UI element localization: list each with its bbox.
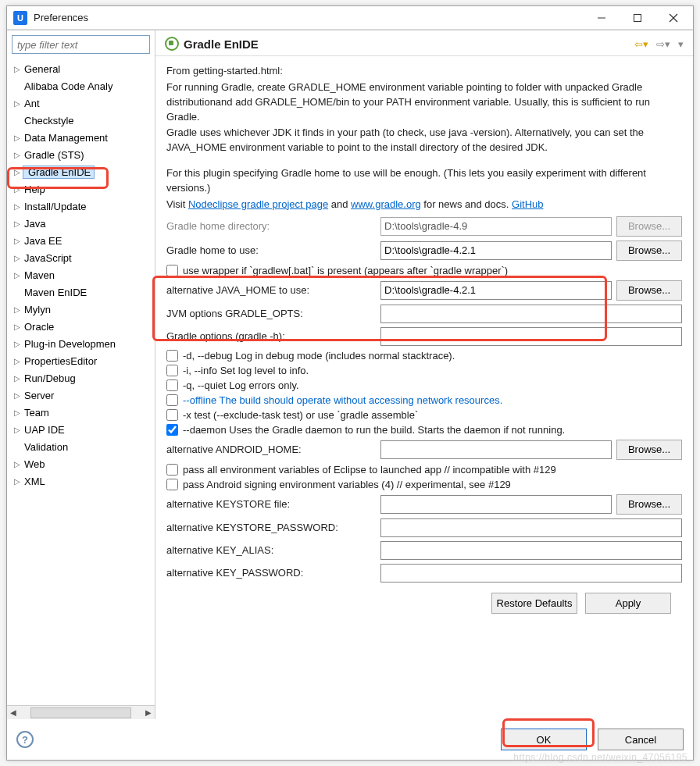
tree-item-plug-in-developmen[interactable]: ▷Plug-in Developmen	[12, 335, 155, 352]
expand-arrow-icon[interactable]: ▷	[12, 183, 23, 194]
alt-android-label: alternative ANDROID_HOME:	[166, 444, 376, 455]
expand-arrow-icon[interactable]: ▷	[12, 269, 23, 280]
use-wrapper-checkbox[interactable]	[166, 265, 178, 276]
expand-arrow-icon[interactable]: ▷	[12, 355, 23, 366]
opt-debug-checkbox[interactable]	[166, 350, 178, 362]
expand-arrow-icon[interactable]: ▷	[12, 304, 23, 315]
tree-item-help[interactable]: ▷Help	[12, 180, 155, 198]
tree-item-label: Help	[23, 183, 45, 195]
tree-item-xml[interactable]: ▷XML	[12, 472, 155, 490]
tree-item-label: General	[23, 63, 60, 75]
expand-arrow-icon[interactable]: ▷	[12, 166, 23, 177]
tree-item-checkstyle[interactable]: Checkstyle	[12, 112, 155, 129]
expand-arrow-icon[interactable]: ▷	[12, 407, 23, 418]
expand-arrow-icon[interactable]: ▷	[12, 424, 23, 435]
tree-item-install-update[interactable]: ▷Install/Update	[12, 198, 155, 215]
keystore-file-field[interactable]	[380, 495, 612, 514]
gradle-opts-field[interactable]	[380, 327, 682, 346]
expand-arrow-icon[interactable]: ▷	[12, 201, 23, 212]
tree-item-java-ee[interactable]: ▷Java EE	[12, 232, 155, 249]
titlebar: U Preferences	[7, 6, 693, 30]
tree-item-server[interactable]: ▷Server	[12, 387, 155, 404]
tree-item-gradle-sts-[interactable]: ▷Gradle (STS)	[12, 146, 155, 163]
cancel-button[interactable]: Cancel	[598, 729, 684, 750]
tree-item-validation[interactable]: Validation	[12, 438, 155, 455]
link-gradle-org[interactable]: www.gradle.org	[351, 198, 421, 210]
tree-item-alibaba-code-analy[interactable]: Alibaba Code Analy	[12, 77, 155, 94]
link-nodeclipse[interactable]: Nodeclipse gradle project page	[188, 198, 328, 210]
expand-arrow-icon[interactable]: ▷	[12, 218, 23, 229]
key-alias-field[interactable]	[380, 541, 682, 560]
scroll-right-icon[interactable]: ▶	[142, 707, 155, 719]
browse-button[interactable]: Browse...	[616, 240, 682, 261]
tree-item-web[interactable]: ▷Web	[12, 455, 155, 472]
opt-xtest-checkbox[interactable]	[166, 409, 178, 421]
tree-item-java[interactable]: ▷Java	[12, 215, 155, 232]
scroll-left-icon[interactable]: ◀	[7, 707, 20, 719]
tree-item-label: Java	[23, 218, 45, 230]
alt-android-field[interactable]	[380, 440, 612, 459]
tree-item-data-management[interactable]: ▷Data Management	[12, 129, 155, 146]
browse-button[interactable]: Browse...	[616, 440, 682, 460]
visit-middle: and	[328, 198, 351, 210]
help-icon[interactable]: ?	[16, 731, 34, 748]
tree-item-uap-ide[interactable]: ▷UAP IDE	[12, 421, 155, 438]
expand-arrow-icon[interactable]: ▷	[12, 149, 23, 160]
expand-arrow-icon[interactable]: ▷	[12, 63, 23, 74]
minimize-button[interactable]	[584, 6, 620, 30]
browse-button[interactable]: Browse...	[616, 494, 682, 515]
expand-arrow-icon[interactable]: ▷	[12, 372, 23, 383]
opt-quiet-checkbox[interactable]	[166, 379, 178, 391]
tree-item-propertieseditor[interactable]: ▷PropertiesEditor	[12, 352, 155, 369]
tree-item-gradle-enide[interactable]: ▷Gradle EnIDE	[12, 163, 155, 180]
expand-arrow-icon[interactable]: ▷	[12, 321, 23, 332]
expand-arrow-icon[interactable]: ▷	[12, 458, 23, 469]
opt-daemon-checkbox[interactable]	[166, 424, 178, 436]
tree-item-mylyn[interactable]: ▷Mylyn	[12, 301, 155, 318]
tree-item-label: Maven EnIDE	[23, 287, 87, 298]
gradle-home-use-field[interactable]	[380, 241, 612, 260]
gradle-home-use-label: Gradle home to use:	[166, 244, 376, 256]
restore-defaults-button[interactable]: Restore Defaults	[491, 593, 577, 614]
browse-button[interactable]: Browse...	[616, 280, 682, 301]
maximize-button[interactable]	[620, 6, 655, 30]
filter-input[interactable]	[12, 35, 150, 54]
opt-info-checkbox[interactable]	[166, 365, 178, 376]
jvm-opts-field[interactable]	[380, 305, 682, 323]
menu-button[interactable]: ▾	[678, 38, 684, 50]
tree-item-ant[interactable]: ▷Ant	[12, 94, 155, 112]
keystore-pw-field[interactable]	[380, 518, 682, 537]
tree-item-run-debug[interactable]: ▷Run/Debug	[12, 369, 155, 387]
tree-item-maven-enide[interactable]: Maven EnIDE	[12, 283, 155, 301]
preferences-tree[interactable]: ▷GeneralAlibaba Code Analy▷AntCheckstyle…	[7, 59, 155, 705]
forward-button[interactable]: ⇨▾	[656, 38, 670, 50]
close-button[interactable]	[655, 6, 691, 30]
expand-arrow-icon[interactable]: ▷	[12, 338, 23, 349]
opt-offline-checkbox[interactable]	[166, 394, 178, 406]
pass-env-checkbox[interactable]	[166, 464, 178, 476]
expand-arrow-icon[interactable]: ▷	[12, 98, 23, 109]
expand-arrow-icon[interactable]: ▷	[12, 390, 23, 401]
expand-arrow-icon[interactable]: ▷	[12, 235, 23, 246]
apply-button[interactable]: Apply	[585, 593, 671, 614]
expand-arrow-icon[interactable]: ▷	[12, 252, 23, 263]
expand-arrow-icon[interactable]: ▷	[12, 476, 23, 486]
pass-env-label: pass all environment variables of Eclips…	[183, 464, 556, 476]
tree-item-javascript[interactable]: ▷JavaScript	[12, 249, 155, 266]
tree-item-maven[interactable]: ▷Maven	[12, 266, 155, 283]
use-wrapper-label: use wrapper if `gradlew[.bat]` is presen…	[183, 265, 508, 276]
tree-item-label: Checkstyle	[23, 115, 74, 126]
ok-button[interactable]: OK	[501, 729, 587, 750]
expand-arrow-icon[interactable]: ▷	[12, 132, 23, 143]
opt-info-label: -i, --info Set log level to info.	[183, 365, 309, 376]
tree-item-general[interactable]: ▷General	[12, 60, 155, 77]
tree-item-oracle[interactable]: ▷Oracle	[12, 318, 155, 335]
tree-item-team[interactable]: ▷Team	[12, 404, 155, 421]
back-button[interactable]: ⇦▾	[634, 38, 648, 50]
key-pw-field[interactable]	[380, 564, 682, 583]
pass-sign-checkbox[interactable]	[166, 479, 178, 490]
alt-java-home-field[interactable]	[380, 281, 612, 300]
scroll-thumb[interactable]	[30, 707, 131, 718]
sidebar-scrollbar[interactable]: ◀ ▶	[7, 705, 155, 719]
link-github[interactable]: GitHub	[512, 198, 543, 210]
